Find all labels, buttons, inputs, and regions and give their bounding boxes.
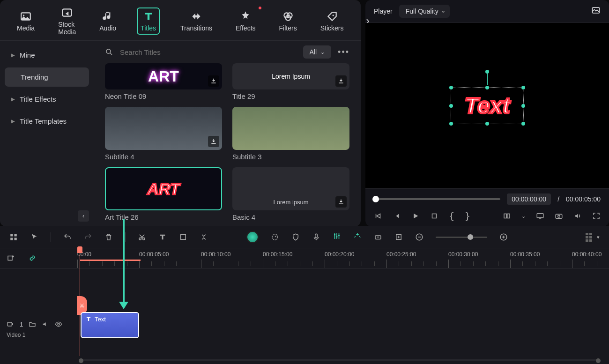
stickers-icon (326, 10, 338, 22)
layout-button[interactable] (503, 212, 511, 220)
filters-icon (282, 10, 294, 22)
svg-point-7 (106, 49, 111, 53)
tab-stock-media[interactable]: Stock Media (55, 5, 79, 37)
sidebar-item-trending[interactable]: Trending (5, 67, 89, 87)
zoom-slider[interactable] (436, 237, 487, 238)
redo-button[interactable] (84, 233, 92, 241)
timeline-toolbar: ▾ (0, 226, 609, 248)
tab-filters[interactable]: Filters (276, 8, 300, 34)
download-icon[interactable] (335, 196, 347, 208)
mixer-icon[interactable] (333, 232, 341, 240)
camera-button[interactable] (555, 212, 563, 220)
search-input[interactable] (120, 48, 297, 56)
time-current: 00:00:00:00 (507, 193, 551, 205)
preview-canvas[interactable]: Text (365, 23, 609, 188)
timeline-tracks: 1 Video 1 Text (0, 269, 609, 364)
svg-rect-16 (15, 234, 17, 236)
svg-rect-17 (10, 238, 13, 240)
svg-point-14 (558, 215, 560, 218)
timeline-clip-text[interactable]: Text (81, 312, 139, 338)
view-mode-icon[interactable] (586, 233, 592, 242)
add-track-icon[interactable] (7, 254, 15, 262)
text-button[interactable] (158, 233, 167, 241)
link-track-icon[interactable] (28, 254, 37, 262)
svg-point-1 (23, 15, 24, 16)
tutorial-arrow (123, 219, 125, 308)
shield-icon[interactable] (291, 233, 300, 241)
view-dropdown[interactable]: ▾ (597, 234, 600, 240)
svg-rect-10 (504, 214, 506, 218)
display-button[interactable] (536, 212, 544, 220)
sidebar-item-title-templates[interactable]: ▶Title Templates (5, 111, 89, 131)
sidebar-collapse[interactable]: ‹ (78, 210, 89, 222)
link-icon[interactable] (374, 233, 382, 241)
card-basic-4[interactable]: Lorem ipsum Basic 4 (232, 167, 349, 221)
stop-button[interactable] (430, 212, 438, 220)
ai-icon[interactable] (246, 231, 259, 243)
svg-rect-12 (537, 214, 543, 218)
fullscreen-button[interactable] (592, 212, 601, 220)
filter-dropdown[interactable]: All⌄ (303, 45, 332, 59)
tab-stickers[interactable]: Stickers (318, 8, 347, 34)
track-header-video1[interactable]: 1 (0, 316, 77, 333)
mute-icon[interactable] (42, 320, 49, 328)
snapshot-button[interactable] (591, 6, 601, 17)
delete-button[interactable] (104, 233, 113, 241)
svg-rect-34 (7, 322, 12, 326)
download-icon[interactable] (335, 75, 347, 87)
folder-icon[interactable] (29, 320, 36, 328)
video-track-icon (7, 320, 14, 328)
cut-button[interactable] (138, 233, 146, 241)
h-scrollbar[interactable] (80, 358, 600, 362)
eye-icon[interactable] (55, 320, 62, 328)
card-neon-title-09[interactable]: ART Neon Title 09 (105, 63, 222, 100)
marker-icon[interactable] (394, 233, 403, 241)
card-art-title-26[interactable]: ART Art Title 26 (105, 167, 222, 221)
scrub-bar[interactable] (374, 198, 500, 200)
download-icon[interactable] (208, 136, 219, 147)
card-subtitle-3[interactable]: Subtitle 3 (232, 107, 349, 161)
step-back-button[interactable] (393, 212, 401, 220)
pointer-icon[interactable] (30, 233, 38, 241)
expand-icon[interactable] (200, 233, 208, 241)
tab-audio[interactable]: Audio (97, 8, 119, 34)
magnet-icon[interactable] (353, 232, 362, 240)
timeline-ruler[interactable]: 00:0000:00:05:0000:00:10:0000:00:15:0000… (0, 248, 609, 269)
card-subtitle-4[interactable]: Subtitle 4 (105, 107, 222, 161)
zoom-out-button[interactable] (415, 233, 423, 241)
tab-transitions[interactable]: Transitions (178, 8, 215, 34)
svg-rect-15 (10, 234, 13, 236)
time-total: 00:00:05:00 (566, 195, 601, 203)
play-button[interactable] (411, 212, 420, 220)
svg-rect-23 (315, 234, 318, 238)
quality-dropdown[interactable]: Full Quality (399, 5, 450, 18)
svg-rect-9 (432, 214, 437, 218)
svg-rect-18 (15, 238, 17, 240)
svg-rect-21 (181, 235, 186, 240)
svg-rect-11 (507, 214, 510, 218)
svg-point-26 (338, 235, 340, 236)
text-clip-icon (85, 316, 92, 322)
tab-effects[interactable]: Effects (233, 8, 259, 34)
mic-icon[interactable] (312, 233, 320, 241)
speed-icon[interactable] (271, 233, 279, 241)
undo-button[interactable] (63, 233, 72, 241)
more-options[interactable]: ••• (338, 47, 349, 57)
mark-out-button[interactable]: } (465, 210, 470, 222)
media-icon (20, 10, 32, 22)
titles-grid: ART Neon Title 09 Lorem Ipsum Title 29 (94, 63, 361, 226)
track-name: Video 1 (7, 332, 25, 361)
download-icon[interactable] (208, 75, 219, 87)
search-icon (105, 48, 113, 56)
sidebar-item-title-effects[interactable]: ▶Title Effects (5, 89, 89, 109)
zoom-in-button[interactable] (499, 233, 508, 241)
card-title-29[interactable]: Lorem Ipsum Title 29 (232, 63, 349, 100)
tab-titles[interactable]: Titles (137, 7, 160, 35)
mark-in-button[interactable]: { (449, 210, 454, 222)
layout-icon[interactable] (9, 233, 18, 241)
crop-button[interactable] (179, 233, 187, 241)
tab-media[interactable]: Media (14, 8, 37, 34)
prev-frame-button[interactable] (374, 212, 382, 220)
volume-button[interactable] (573, 212, 582, 220)
sidebar-item-mine[interactable]: ▶Mine (5, 45, 89, 65)
